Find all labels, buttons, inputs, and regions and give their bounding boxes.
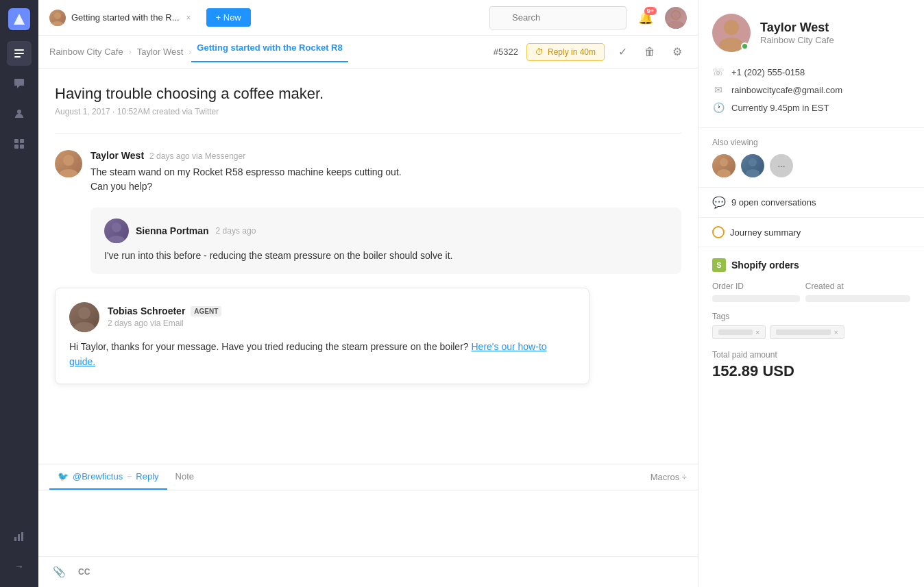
svg-point-13 bbox=[51, 21, 64, 26]
svg-point-12 bbox=[54, 12, 61, 19]
tags-row: × × bbox=[712, 325, 910, 339]
open-tab[interactable]: Getting started with the R... × bbox=[49, 10, 193, 26]
journey-summary-row[interactable]: Journey summary bbox=[698, 218, 924, 247]
user-avatar[interactable] bbox=[665, 7, 687, 29]
svg-rect-1 bbox=[14, 49, 24, 51]
sidebar-item-inbox[interactable] bbox=[7, 41, 32, 66]
breadcrumb-company[interactable]: Rainbow City Cafe bbox=[49, 47, 129, 57]
issue-meta: August 1, 2017 · 10:52AM created via Twi… bbox=[55, 107, 681, 116]
search-input[interactable] bbox=[489, 6, 627, 29]
delete-button[interactable]: 🗑 bbox=[640, 42, 659, 62]
order-id-value bbox=[712, 295, 800, 302]
message-content-taylor: Taylor West 2 days ago via Messenger The… bbox=[90, 150, 681, 194]
svg-point-25 bbox=[717, 169, 731, 177]
reply-bar-tabs: 🐦 @Brewfictus ÷ Reply Note Macros ÷ bbox=[38, 464, 698, 490]
open-conversations-row[interactable]: 💬 9 open conversations bbox=[698, 188, 924, 218]
cc-button[interactable]: CC bbox=[74, 562, 94, 582]
reply-tab-twitter[interactable]: 🐦 @Brewfictus ÷ Reply bbox=[49, 464, 167, 490]
clock-icon: 🕐 bbox=[712, 102, 725, 113]
sidebar-item-reports[interactable] bbox=[7, 132, 32, 156]
notifications-bell[interactable]: 🔔 9+ bbox=[635, 7, 657, 29]
svg-point-19 bbox=[108, 236, 125, 243]
total-amount: 152.89 USD bbox=[712, 362, 910, 380]
online-indicator bbox=[741, 42, 749, 50]
reply-timer-label: Reply in 40m bbox=[548, 47, 596, 57]
resolve-button[interactable]: ✓ bbox=[613, 42, 632, 62]
message-text-taylor-2: Can you help? bbox=[90, 179, 681, 194]
main-area: Getting started with the R... × + New 🔍 … bbox=[38, 0, 698, 587]
sidebar-expand[interactable]: → bbox=[7, 554, 32, 579]
tag-chip-2[interactable]: × bbox=[770, 325, 844, 339]
issue-title: Having trouble choosing a coffee maker. bbox=[55, 85, 681, 103]
reply-block-sienna: Sienna Portman 2 days ago I've run into … bbox=[90, 208, 681, 274]
sidebar: → bbox=[0, 0, 38, 587]
tobias-avatar bbox=[69, 302, 99, 332]
attach-button[interactable]: 📎 bbox=[49, 562, 69, 582]
new-button[interactable]: + New bbox=[206, 8, 251, 27]
contact-phone-row: ☏ +1 (202) 555-0158 bbox=[712, 63, 910, 81]
shopify-title: Shopify orders bbox=[731, 260, 799, 271]
journey-summary-label: Journey summary bbox=[730, 227, 801, 238]
tobias-name: Tobias Schroeter bbox=[108, 305, 185, 316]
svg-marker-0 bbox=[14, 14, 25, 25]
sienna-author: Sienna Portman bbox=[136, 225, 209, 236]
reply-tab-channel: @Brewfictus bbox=[73, 471, 123, 482]
app-logo[interactable] bbox=[8, 8, 30, 30]
journey-icon bbox=[712, 226, 725, 238]
tobias-meta: Tobias Schroeter AGENT 2 days ago via Em… bbox=[108, 305, 223, 329]
svg-rect-3 bbox=[14, 56, 21, 58]
contact-phone: +1 (202) 555-0158 bbox=[731, 67, 805, 77]
viewer-avatars: ··· bbox=[712, 154, 910, 177]
svg-point-23 bbox=[719, 38, 744, 52]
phone-icon: ☏ bbox=[712, 66, 725, 77]
svg-point-21 bbox=[74, 322, 95, 332]
reply-header-sienna: Sienna Portman 2 days ago bbox=[104, 218, 668, 243]
macros-button[interactable]: Macros ÷ bbox=[651, 472, 687, 482]
tag-remove-1[interactable]: × bbox=[755, 328, 759, 336]
contact-card: Taylor West Rainbow City Cafe ☏ +1 (202)… bbox=[698, 0, 924, 128]
total-label: Total paid amount bbox=[712, 350, 910, 360]
message-text-taylor-1: The steam wand on my Rocket R58 espresso… bbox=[90, 165, 681, 179]
tag-chip-1[interactable]: × bbox=[712, 325, 766, 339]
breadcrumb-contact[interactable]: Taylor West bbox=[132, 47, 189, 57]
sidebar-item-conversations[interactable] bbox=[7, 71, 32, 96]
svg-rect-2 bbox=[14, 53, 24, 54]
svg-point-24 bbox=[720, 158, 728, 166]
sidebar-item-contacts[interactable] bbox=[7, 101, 32, 126]
contact-name[interactable]: Taylor West bbox=[760, 21, 834, 35]
issue-header: Having trouble choosing a coffee maker. … bbox=[55, 85, 681, 134]
svg-point-18 bbox=[112, 223, 121, 232]
reply-textarea[interactable] bbox=[49, 501, 687, 542]
contact-timezone: Currently 9.45pm in EST bbox=[731, 103, 829, 113]
email-icon: ✉ bbox=[712, 84, 725, 95]
close-tab-button[interactable]: × bbox=[185, 12, 193, 24]
conversation-area: Having trouble choosing a coffee maker. … bbox=[38, 68, 698, 464]
topbar-right: 🔍 🔔 9+ bbox=[489, 6, 687, 29]
breadcrumb-ticket[interactable]: Getting started with the Rocket R8 bbox=[191, 42, 348, 62]
reply-toolbar: 📎 CC bbox=[38, 556, 698, 587]
contact-info: Taylor West Rainbow City Cafe bbox=[760, 21, 834, 45]
tags-section: Tags × × bbox=[712, 312, 910, 339]
breadcrumb-bar: Rainbow City Cafe › Taylor West › Gettin… bbox=[38, 36, 698, 68]
message-header-taylor: Taylor West 2 days ago via Messenger bbox=[90, 150, 681, 161]
svg-point-15 bbox=[668, 21, 684, 29]
svg-rect-7 bbox=[14, 145, 19, 149]
reply-timer-button[interactable]: ⏱ Reply in 40m bbox=[526, 43, 605, 61]
agent-badge: AGENT bbox=[191, 306, 221, 316]
svg-point-4 bbox=[17, 110, 21, 114]
email-reply-header-tobias: Tobias Schroeter AGENT 2 days ago via Em… bbox=[69, 302, 575, 332]
order-table-header: Order ID Created at bbox=[712, 282, 910, 291]
message-author-taylor: Taylor West bbox=[90, 150, 144, 161]
order-id-header: Order ID bbox=[712, 282, 800, 291]
twitter-icon: 🐦 bbox=[58, 471, 69, 482]
svg-point-26 bbox=[749, 158, 757, 166]
chat-icon: 💬 bbox=[712, 196, 726, 209]
created-at-value bbox=[805, 295, 910, 302]
settings-button[interactable]: ⚙ bbox=[668, 42, 687, 62]
channel-sep: ÷ bbox=[127, 471, 132, 482]
sidebar-item-analytics[interactable] bbox=[7, 524, 32, 549]
search-wrapper: 🔍 bbox=[489, 6, 627, 29]
tag-remove-2[interactable]: × bbox=[834, 328, 838, 336]
sienna-avatar bbox=[104, 218, 129, 243]
reply-tab-note[interactable]: Note bbox=[167, 464, 202, 490]
